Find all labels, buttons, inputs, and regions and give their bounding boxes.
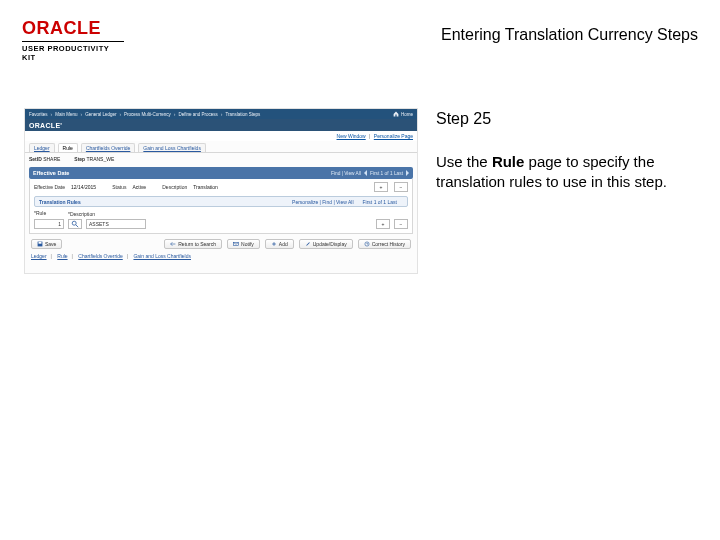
eff-date-value: 12/14/2015 <box>71 184 96 190</box>
separator: | <box>369 133 370 139</box>
breadcrumb-item[interactable]: General Ledger <box>85 112 116 117</box>
status-label: Status <box>112 184 126 190</box>
add-label: Add <box>279 241 288 247</box>
breadcrumb-item[interactable]: Process Multi-Currency <box>124 112 171 117</box>
bottom-tab-links: Ledger| Rule| Chartfields Override| Gain… <box>25 253 417 262</box>
add-row-button[interactable]: + <box>374 182 388 192</box>
identity-row: SetID SHARE Step TRANS_WE <box>25 153 417 165</box>
svg-line-1 <box>76 225 78 227</box>
notify-label: Notify <box>241 241 254 247</box>
breadcrumb-item[interactable]: Define and Process <box>179 112 218 117</box>
notify-icon <box>233 241 239 247</box>
delete-row-button[interactable]: − <box>394 219 408 229</box>
save-icon <box>37 241 43 247</box>
setid-label: SetID <box>29 156 42 162</box>
instruction-bold: Rule <box>492 153 525 170</box>
tab-ledger[interactable]: Ledger <box>29 143 55 152</box>
new-window-link[interactable]: New Window <box>337 133 366 139</box>
oracle-bar: ORACLE' <box>25 119 417 131</box>
breadcrumb-item[interactable]: Main Menu <box>55 112 77 117</box>
breadcrumb-item[interactable]: Favorites <box>29 112 48 117</box>
lookup-icon[interactable] <box>68 219 82 229</box>
description-col-header: *Description <box>68 211 408 217</box>
add-icon <box>271 241 277 247</box>
upk-subline: USER PRODUCTIVITY KIT <box>22 41 124 62</box>
breadcrumb-item[interactable]: Translation Steps <box>225 112 260 117</box>
return-button[interactable]: Return to Search <box>164 239 222 249</box>
desc-label: Description <box>162 184 187 190</box>
status-value: Active <box>132 184 146 190</box>
setid-value: SHARE <box>43 156 60 162</box>
link-gain-loss[interactable]: Gain and Loss Chartfields <box>133 253 191 259</box>
svg-point-0 <box>72 221 76 225</box>
tab-rule[interactable]: Rule <box>58 143 78 152</box>
translation-rules-header: Translation Rules Personalize | Find | V… <box>34 196 408 207</box>
add-button[interactable]: Add <box>265 239 294 249</box>
save-label: Save <box>45 241 56 247</box>
add-row-button[interactable]: + <box>376 219 390 229</box>
effective-date-header: Effective Date Find | View All First 1 o… <box>29 167 413 179</box>
step-value: TRANS_WE <box>86 156 114 162</box>
return-label: Return to Search <box>178 241 216 247</box>
footer-buttons: Save Return to Search Notify Add Update/… <box>25 234 417 253</box>
step-instruction: Use the Rule page to specify the transla… <box>436 152 696 193</box>
history-icon <box>364 241 370 247</box>
save-button[interactable]: Save <box>31 239 62 249</box>
instruction-text-before: Use the <box>436 153 492 170</box>
personalize-find-links[interactable]: Personalize | Find | View All <box>292 199 353 205</box>
translation-rules-title: Translation Rules <box>39 199 81 205</box>
notify-button[interactable]: Notify <box>227 239 260 249</box>
personalize-link[interactable]: Personalize Page <box>374 133 413 139</box>
svg-rect-3 <box>39 242 42 244</box>
breadcrumb: Favorites› Main Menu› General Ledger› Pr… <box>25 109 417 119</box>
update-display-button[interactable]: Update/Display <box>299 239 353 249</box>
correct-label: Correct History <box>372 241 405 247</box>
effective-date-body: Effective Date 12/14/2015 Status Active … <box>29 179 413 234</box>
embedded-screenshot: Favorites› Main Menu› General Ledger› Pr… <box>24 108 418 274</box>
find-viewall-links[interactable]: Find | View All <box>331 171 361 176</box>
pager-text: First 1 of 1 Last <box>363 199 397 205</box>
correct-history-button[interactable]: Correct History <box>358 239 411 249</box>
home-label: Home <box>401 112 413 117</box>
rule-name-value[interactable]: ASSETS <box>86 219 146 229</box>
tab-gain-loss[interactable]: Gain and Loss Chartfields <box>138 143 206 152</box>
link-chartfields-override[interactable]: Chartfields Override <box>78 253 122 259</box>
step-number: Step 25 <box>436 110 696 128</box>
home-icon <box>393 111 399 117</box>
step-label: Step <box>74 156 85 162</box>
link-rule[interactable]: Rule <box>57 253 67 259</box>
pager-text: First 1 of 1 Last <box>370 171 403 176</box>
effective-date-title: Effective Date <box>33 170 69 176</box>
page-tool-links: New Window | Personalize Page <box>25 131 417 141</box>
update-label: Update/Display <box>313 241 347 247</box>
rule-col-header: *Rule <box>34 210 64 216</box>
tab-chartfields-override[interactable]: Chartfields Override <box>81 143 135 152</box>
page-title: Entering Translation Currency Steps <box>441 26 698 44</box>
eff-date-label: Effective Date <box>34 184 65 190</box>
tab-strip: Ledger Rule Chartfields Override Gain an… <box>25 141 417 153</box>
next-icon[interactable] <box>406 170 409 176</box>
desc-value: Translation <box>193 184 218 190</box>
breadcrumb-home[interactable]: Home <box>393 111 413 117</box>
return-icon <box>170 241 176 247</box>
oracle-wordmark: ORACLE <box>22 18 124 39</box>
brand-logo: ORACLE USER PRODUCTIVITY KIT <box>22 18 124 62</box>
update-icon <box>305 241 311 247</box>
prev-icon[interactable] <box>364 170 367 176</box>
delete-row-button[interactable]: − <box>394 182 408 192</box>
rule-seq-input[interactable]: 1 <box>34 219 64 229</box>
link-ledger[interactable]: Ledger <box>31 253 47 259</box>
